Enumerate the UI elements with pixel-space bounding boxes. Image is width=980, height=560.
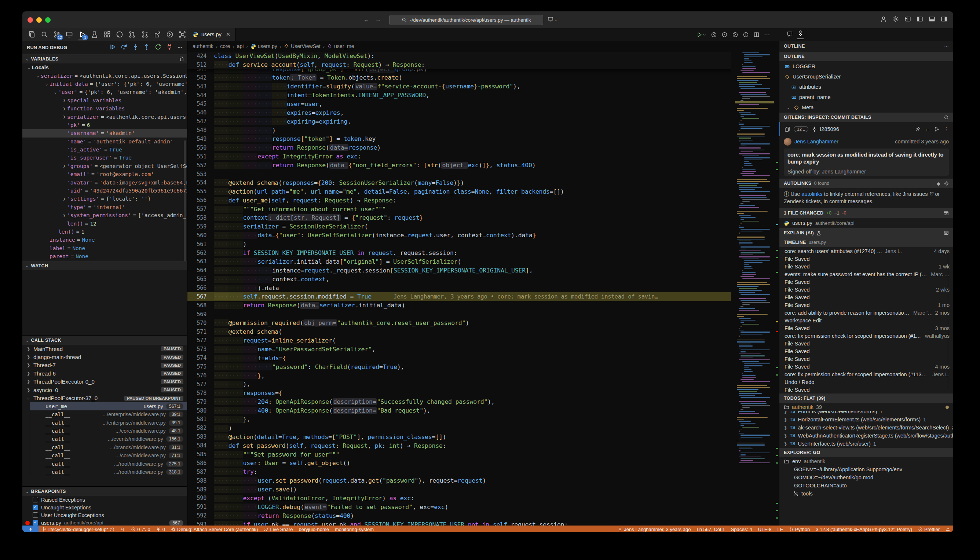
stepout-button[interactable]: [143, 43, 150, 51]
variable-row[interactable]: 'is_superuser'=True: [22, 154, 187, 162]
breakpoint-row[interactable]: User Uncaught Exceptions: [22, 511, 187, 519]
code-line[interactable]: 584⋅⋅⋅⋅def set_password(self, request: R…: [187, 441, 731, 450]
code-line[interactable]: 544⋅⋅⋅⋅⋅⋅⋅⋅⋅⋅⋅⋅⋅⋅⋅⋅⋅⋅⋅⋅intent=TokenInten…: [187, 91, 731, 100]
continue-button[interactable]: [109, 43, 116, 51]
timeline-item[interactable]: events: make sure password set event has…: [779, 270, 953, 278]
pin-icon[interactable]: [915, 127, 921, 132]
panelL-icon[interactable]: [917, 16, 923, 22]
todos-header[interactable]: TODOS: FLAT (39): [779, 393, 953, 403]
restart-icon[interactable]: [155, 43, 162, 50]
code-line[interactable]: 561⋅⋅⋅⋅⋅⋅⋅⋅): [187, 240, 731, 248]
code-line[interactable]: 541⋅⋅⋅⋅⋅⋅⋅⋅⋅⋅⋅⋅⋅⋅⋅⋅response["group_pk"] …: [187, 69, 731, 73]
nav-forward-icon[interactable]: →: [375, 17, 381, 23]
go-tools-row[interactable]: tools: [779, 490, 953, 498]
timeline-item[interactable]: File Saved2 wks: [779, 286, 953, 293]
breakpoint-checkbox[interactable]: [33, 512, 38, 518]
statusbar-problems[interactable]: 00: [128, 527, 153, 532]
code-line[interactable]: 576⋅⋅⋅⋅⋅⋅⋅⋅⋅⋅⋅⋅},: [187, 371, 731, 380]
code-line[interactable]: 582⋅⋅⋅⋅): [187, 423, 731, 432]
timeline-item[interactable]: File Saved: [779, 386, 953, 393]
symbol-icon[interactable]: [797, 30, 803, 36]
copy-icon[interactable]: [28, 31, 35, 38]
code-line[interactable]: 549⋅⋅⋅⋅⋅⋅⋅⋅⋅⋅⋅⋅⋅⋅⋅⋅response["token"] = t…: [187, 135, 731, 143]
timeline-item[interactable]: core: fix permission check for scoped im…: [779, 332, 953, 340]
stack-frame-row[interactable]: __call__.../brands/middleware.py31:1: [30, 443, 187, 452]
stack-frame-row[interactable]: __call__.../root/middleware.py275:1: [30, 460, 187, 468]
back-icon[interactable]: ←: [925, 126, 930, 132]
statusbar-live-share[interactable]: Live Share: [261, 527, 296, 532]
copy-icon[interactable]: [179, 57, 184, 62]
statusbar-notifications[interactable]: [943, 527, 953, 532]
thread-row[interactable]: ❯asyncio_0PAUSED: [22, 386, 187, 394]
timeline-item[interactable]: File Saved: [779, 347, 953, 355]
code-line[interactable]: 542⋅⋅⋅⋅⋅⋅⋅⋅⋅⋅⋅⋅⋅⋅⋅⋅token: Token = Token.…: [187, 73, 731, 82]
variable-row[interactable]: ⌄'user'={'pk': 6, 'username': 'akadmin',…: [22, 88, 187, 96]
activity-item-monitor[interactable]: [65, 29, 75, 40]
gear-icon[interactable]: [944, 181, 949, 186]
symbol-panel-toggle[interactable]: [797, 30, 803, 39]
account-icon[interactable]: [880, 16, 887, 22]
variable-row[interactable]: ❯'groups'=<generator object UserSelfSeri…: [22, 162, 187, 170]
breadcrumb-item[interactable]: UserViewSet: [284, 43, 320, 49]
close-window-button[interactable]: [28, 17, 33, 23]
refresh-icon[interactable]: [944, 115, 949, 120]
github-icon[interactable]: [116, 31, 123, 38]
commit-message-box[interactable]: core: mark session as modified instead o…: [784, 148, 949, 176]
gear-icon[interactable]: [892, 16, 899, 24]
variable-row[interactable]: ⌄Locals: [22, 63, 187, 72]
search-icon[interactable]: [41, 31, 48, 38]
statusbar-prettier[interactable]: Prettier: [915, 527, 943, 532]
variable-row[interactable]: 'pk'=6: [22, 121, 187, 129]
code-line[interactable]: 554⋅⋅⋅⋅@extend_schema(responses={200: Se…: [187, 178, 731, 187]
gitlens-commit-tab[interactable]: 12 ± f285096 ← ⋮: [779, 122, 953, 136]
code-line[interactable]: 557⋅⋅⋅⋅⋅⋅⋅⋅"""Get information about curr…: [187, 205, 731, 213]
code-line[interactable]: 555⋅⋅⋅⋅@action(url_path="me", url_name="…: [187, 187, 731, 196]
autolinks-header[interactable]: AUTOLINKS0 found ◆: [779, 178, 953, 188]
variable-row[interactable]: 'type'='internal': [22, 203, 187, 211]
breakpoint-checkbox[interactable]: [33, 520, 38, 525]
window-controls[interactable]: [22, 17, 77, 23]
watch-section-header[interactable]: ⌄WATCH: [22, 261, 187, 270]
statusbar-debug-target[interactable]: Debug: Attach Server Core (authentik): [168, 527, 261, 532]
disconnect-button[interactable]: [166, 43, 173, 51]
timeline-item[interactable]: Undo / Redo: [779, 378, 953, 386]
run-icon[interactable]: [696, 32, 702, 38]
variable-row[interactable]: ⌄serializer=<authentik.core.api.users.Se…: [22, 72, 187, 80]
open-preview-icon[interactable]: [944, 230, 949, 235]
breakpoints-section-header[interactable]: ⌄BREAKPOINTS: [22, 486, 187, 496]
variable-row[interactable]: ⌄initial_data={'user': {'pk': 6, 'userna…: [22, 80, 187, 88]
changed-file-row[interactable]: users.py authentik/core/api: [779, 218, 953, 228]
gear-icon[interactable]: [944, 181, 949, 186]
todo-file-row[interactable]: ❯TSak-search-select-view.ts (web/src/ele…: [779, 423, 953, 432]
breadcrumb-item[interactable]: api: [237, 43, 244, 49]
code-line[interactable]: 588⋅⋅⋅⋅⋅⋅⋅⋅⋅⋅⋅⋅user.set_password(request…: [187, 477, 731, 485]
thread-row[interactable]: ❯Thread-6PAUSED: [22, 369, 187, 377]
pr-icon[interactable]: [128, 31, 136, 38]
refresh-icon[interactable]: [944, 115, 949, 120]
code-line[interactable]: 568⋅⋅⋅⋅⋅⋅⋅⋅return Response(data=serializ…: [187, 301, 731, 310]
variable-row[interactable]: ❯special variables: [22, 97, 187, 105]
breadcrumb-item[interactable]: user_me: [327, 43, 354, 49]
code-line[interactable]: 569: [187, 310, 731, 319]
code-line[interactable]: 592⋅⋅⋅⋅⋅⋅⋅⋅⋅⋅⋅⋅return Response(status=40…: [187, 511, 731, 520]
stepinto-icon[interactable]: [132, 43, 138, 50]
timeline-item[interactable]: File Saved: [779, 355, 953, 363]
code-line[interactable]: 586⋅⋅⋅⋅⋅⋅⋅⋅user: User = self.get_object(…: [187, 459, 731, 468]
gitlens-header[interactable]: GITLENS: INSPECT: COMMIT DETAILS: [779, 113, 953, 122]
more-actions-icon[interactable]: ⋯: [764, 31, 770, 38]
code-editor[interactable]: 424class UserViewSet(UsedByMixin, ModelV…: [187, 52, 731, 525]
stepover-button[interactable]: [121, 43, 127, 51]
code-line[interactable]: 550⋅⋅⋅⋅⋅⋅⋅⋅⋅⋅⋅⋅⋅⋅⋅⋅return Response(data=…: [187, 143, 731, 152]
breakpoint-checkbox[interactable]: [33, 497, 38, 502]
timeline-item[interactable]: File Saved1 mo: [779, 301, 953, 309]
timeline-item[interactable]: core: fix permission check for scoped im…: [779, 370, 953, 378]
breadcrumb-item[interactable]: authentik: [193, 43, 213, 49]
variables-section-header[interactable]: ⌄VARIABLES: [22, 54, 187, 63]
code-line[interactable]: 565⋅⋅⋅⋅⋅⋅⋅⋅⋅⋅⋅⋅⋅⋅⋅⋅context=context,: [187, 275, 731, 283]
timeline-item[interactable]: Workspace Edit: [779, 317, 953, 324]
breakpoint-row[interactable]: Raised Exceptions: [22, 496, 187, 503]
code-line[interactable]: 560⋅⋅⋅⋅⋅⋅⋅⋅⋅⋅⋅⋅data={"user": UserSelfSer…: [187, 231, 731, 240]
timeline-item[interactable]: File Saved4 mos: [779, 363, 953, 370]
activity-item-pr2[interactable]: [140, 29, 150, 40]
circi-icon[interactable]: [743, 32, 749, 38]
